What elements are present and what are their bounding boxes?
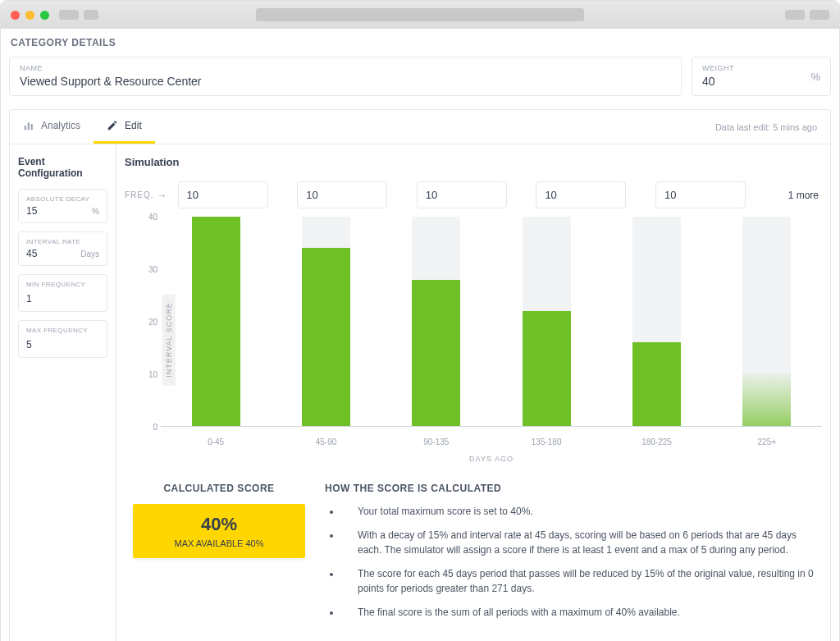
event-config-sidebar: Event Configuration ABSOLUTE DECAY % INT… <box>10 144 116 641</box>
chart-xtick: 45-90 <box>271 437 381 446</box>
chart-bar <box>523 311 571 426</box>
calculated-score-title: CALCULATED SCORE <box>133 483 305 494</box>
svg-rect-0 <box>25 126 26 130</box>
chart-ytick: 30 <box>148 265 158 274</box>
tab-edit-label: Edit <box>125 120 142 131</box>
tab-edit[interactable]: Edit <box>94 110 155 144</box>
chart-xtick: 135-180 <box>491 437 601 446</box>
sidebar-title: Event Configuration <box>18 156 107 179</box>
chart-bar <box>742 373 791 426</box>
chart-xlabel: DAYS AGO <box>161 455 822 463</box>
window-minimize-icon[interactable] <box>25 11 34 20</box>
window-zoom-icon[interactable] <box>40 11 49 20</box>
freq-label: FREQ. → <box>125 190 168 201</box>
chart-xtick: 180-225 <box>601 437 711 446</box>
calculated-score-sub: MAX AVAILABLE 40% <box>143 538 295 548</box>
freq-more-link[interactable]: 1 more <box>785 183 822 208</box>
chart-bar <box>192 217 240 426</box>
chart-ytick: 0 <box>153 423 158 432</box>
name-label: NAME <box>20 64 671 72</box>
pencil-icon <box>107 120 118 131</box>
name-input[interactable] <box>20 75 671 88</box>
weight-unit: % <box>810 71 820 83</box>
absolute-decay-unit: % <box>92 207 99 216</box>
svg-rect-1 <box>28 123 30 130</box>
min-frequency-field[interactable]: MIN FREQUENCY <box>18 274 107 312</box>
window-close-icon[interactable] <box>11 11 20 20</box>
tab-analytics-label: Analytics <box>41 120 80 131</box>
freq-input-2[interactable] <box>417 181 507 208</box>
toolbar-slot <box>84 10 98 20</box>
chart-bar <box>412 280 460 427</box>
weight-field[interactable]: WEIGHT % <box>692 57 831 96</box>
chart-ytick: 10 <box>148 370 158 379</box>
explain-bullet: Your total maximum score is set to 40%. <box>341 504 814 520</box>
max-frequency-label: MAX FREQUENCY <box>26 327 99 334</box>
min-frequency-label: MIN FREQUENCY <box>26 281 99 288</box>
calculated-score-value: 40% <box>143 514 295 535</box>
calculated-score-box: 40% MAX AVAILABLE 40% <box>133 504 305 558</box>
absolute-decay-field[interactable]: ABSOLUTE DECAY % <box>18 189 107 223</box>
freq-input-0[interactable] <box>178 181 268 208</box>
explain-bullet: With a decay of 15% and interval rate at… <box>341 528 814 558</box>
name-field[interactable]: NAME <box>9 57 682 96</box>
arrow-right-icon: → <box>158 190 168 201</box>
chart-ytick: 20 <box>148 318 158 327</box>
last-edit-text: Data last edit: 5 mins ago <box>715 122 830 132</box>
chart-xtick: 225+ <box>712 437 822 446</box>
simulation-title: Simulation <box>125 156 822 168</box>
freq-input-3[interactable] <box>536 181 626 208</box>
freq-input-1[interactable] <box>297 181 387 208</box>
address-bar[interactable] <box>256 8 584 21</box>
weight-input[interactable] <box>702 75 810 88</box>
toolbar-slot <box>785 10 805 20</box>
toolbar-slot <box>59 10 79 20</box>
interval-rate-input[interactable] <box>26 248 59 259</box>
absolute-decay-input[interactable] <box>26 205 59 217</box>
interval-rate-unit: Days <box>80 250 99 259</box>
chart-xtick: 90-135 <box>381 437 491 446</box>
freq-input-4[interactable] <box>655 181 746 208</box>
explain-bullet: The score for each 45 days period that p… <box>341 566 814 597</box>
chart-ytick: 40 <box>148 213 158 222</box>
explain-title: HOW THE SCORE IS CALCULATED <box>325 483 814 494</box>
interval-score-chart: INTERVAL SCORE 010203040 0-4545-9090-135… <box>125 217 822 463</box>
window-titlebar <box>1 1 839 29</box>
toolbar-slot <box>810 10 829 20</box>
chart-bar <box>632 342 681 426</box>
max-frequency-input[interactable] <box>26 339 59 350</box>
max-frequency-field[interactable]: MAX FREQUENCY <box>18 320 107 358</box>
min-frequency-input[interactable] <box>26 293 59 304</box>
interval-rate-field[interactable]: INTERVAL RATE Days <box>18 231 107 266</box>
section-title: CATEGORY DETAILS <box>9 37 831 48</box>
chart-bar <box>302 248 350 426</box>
absolute-decay-label: ABSOLUTE DECAY <box>26 195 99 203</box>
svg-rect-2 <box>31 124 33 130</box>
explain-bullet: The final score is the sum of all period… <box>341 605 814 620</box>
tab-analytics[interactable]: Analytics <box>10 110 94 144</box>
analytics-icon <box>23 120 34 131</box>
interval-rate-label: INTERVAL RATE <box>26 238 99 245</box>
tab-bar: Analytics Edit Data last edit: 5 mins ag… <box>10 110 830 144</box>
chart-xtick: 0-45 <box>161 437 271 446</box>
weight-label: WEIGHT <box>702 64 810 72</box>
